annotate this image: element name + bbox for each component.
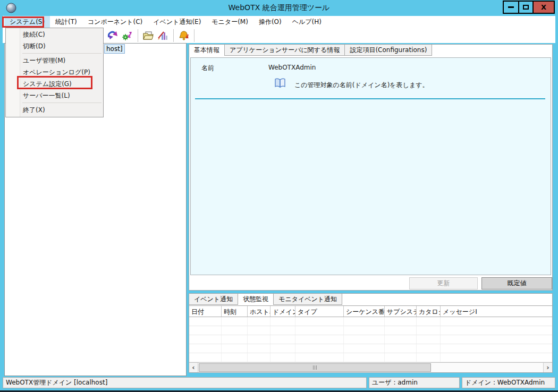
menu-separator xyxy=(22,53,102,54)
table-cell xyxy=(270,317,295,326)
events-panel: イベント通知 状態監視 モニタイベント通知 日付 時刻 ホスト名 ドメイン名 タ… xyxy=(189,293,553,373)
menubar-item-help[interactable]: ヘルプ(H) xyxy=(287,16,327,28)
menu-separator xyxy=(22,103,102,103)
property-content: 名前 WebOTXAdmin この管理対象の名前(ドメイン名)を表します。 xyxy=(190,57,551,275)
column-header-sequence[interactable]: シーケンス番号 xyxy=(344,306,385,317)
tree-node-localhost[interactable]: host] xyxy=(104,44,125,54)
table-cell xyxy=(441,335,552,344)
statusbar-user: ユーザ : admin xyxy=(369,377,460,388)
statistics-icon[interactable] xyxy=(157,29,170,42)
column-header-message-id[interactable]: メッセージI xyxy=(441,306,552,317)
table-cell xyxy=(344,335,385,344)
disconnect-icon[interactable] xyxy=(121,29,134,42)
table-cell xyxy=(189,335,222,344)
minimize-button[interactable] xyxy=(504,2,518,13)
table-cell xyxy=(344,326,385,335)
thumb-grip xyxy=(316,365,317,370)
table-cell xyxy=(385,353,417,362)
menubar-item-monitor[interactable]: モニター(M) xyxy=(206,16,253,28)
operation-log-icon[interactable] xyxy=(142,29,155,42)
menubar-item-component[interactable]: コンポーネント(C) xyxy=(82,16,148,28)
statusbar-domain: ドメイン : WebOTXAdmin xyxy=(462,377,555,388)
table-cell xyxy=(270,353,295,362)
scroll-left-arrow[interactable]: ‹ xyxy=(189,363,198,372)
table-cell xyxy=(222,335,248,344)
window-title: WebOTX 統合運用管理ツール xyxy=(0,3,558,13)
menubar-item-statistics[interactable]: 統計(T) xyxy=(50,16,82,28)
table-cell xyxy=(295,317,344,326)
minimize-icon xyxy=(508,6,514,8)
default-value-button[interactable]: 既定値 xyxy=(481,277,552,289)
table-cell xyxy=(417,353,441,362)
menu-item-exit[interactable]: 終了(X) xyxy=(6,104,103,116)
table-cell xyxy=(417,335,441,344)
table-cell xyxy=(385,335,417,344)
table-cell xyxy=(189,344,222,353)
table-cell xyxy=(295,326,344,335)
property-name-label: 名前 xyxy=(201,64,214,73)
divider-line xyxy=(195,98,545,99)
thumb-grip xyxy=(313,365,314,370)
scroll-right-arrow[interactable]: › xyxy=(543,363,552,372)
table-cell xyxy=(248,353,270,362)
table-cell xyxy=(385,344,417,353)
table-cell xyxy=(385,317,417,326)
column-header-type[interactable]: タイプ xyxy=(295,306,344,317)
menubar-item-operation[interactable]: 操作(O) xyxy=(253,16,287,28)
close-icon: X xyxy=(541,3,546,11)
table-cell xyxy=(295,335,344,344)
events-table: 日付 時刻 ホスト名 ドメイン名 タイプ シーケンス番号 サブシステ... カタ… xyxy=(189,305,552,372)
menubar: システム(S) 統計(T) コンポーネント(C) イベント通知(E) モニター(… xyxy=(3,16,555,28)
table-cell xyxy=(189,317,222,326)
tab-basic-info[interactable]: 基本情報 xyxy=(189,45,225,56)
table-cell xyxy=(270,335,295,344)
annotation-box-system-menu xyxy=(2,16,44,28)
table-cell xyxy=(385,326,417,335)
events-tab-row: イベント通知 状態監視 モニタイベント通知 xyxy=(189,294,342,305)
event-notification-icon[interactable] xyxy=(177,29,190,42)
events-table-body xyxy=(189,317,552,362)
tab-configurations[interactable]: 設定項目(Configurations) xyxy=(345,45,432,56)
column-header-time[interactable]: 時刻 xyxy=(222,306,248,317)
table-row xyxy=(189,344,552,353)
table-row xyxy=(189,317,552,326)
column-header-date[interactable]: 日付 xyxy=(189,306,222,317)
column-header-catalog[interactable]: カタログ... xyxy=(417,306,441,317)
property-tab-row: 基本情報 アプリケーションサーバに関する情報 設定項目(Configuratio… xyxy=(189,45,432,56)
column-header-host[interactable]: ホスト名 xyxy=(248,306,270,317)
horizontal-scrollbar[interactable]: ‹ › xyxy=(189,362,552,372)
table-cell xyxy=(222,344,248,353)
column-header-subsystem[interactable]: サブシステ... xyxy=(385,306,417,317)
table-cell xyxy=(189,353,222,362)
menu-item-server-list[interactable]: サーバー一覧(L) xyxy=(6,90,103,101)
tab-appserver-info[interactable]: アプリケーションサーバに関する情報 xyxy=(225,45,345,56)
annotation-box-system-settings xyxy=(17,76,92,89)
column-header-domain[interactable]: ドメイン名 xyxy=(270,306,295,317)
table-cell xyxy=(222,317,248,326)
titlebar: WebOTX 統合運用管理ツール X xyxy=(0,0,558,16)
table-cell xyxy=(295,353,344,362)
toolbar-separator xyxy=(173,29,174,42)
table-cell xyxy=(189,326,222,335)
table-cell xyxy=(222,326,248,335)
table-cell xyxy=(417,317,441,326)
menubar-item-event-notification[interactable]: イベント通知(E) xyxy=(148,16,206,28)
window-controls: X xyxy=(503,1,555,14)
table-cell xyxy=(441,326,552,335)
table-cell xyxy=(222,353,248,362)
table-row xyxy=(189,353,552,362)
connect-icon[interactable] xyxy=(106,29,119,42)
tab-monitor-event-notification[interactable]: モニタイベント通知 xyxy=(274,294,342,305)
tab-status-monitoring[interactable]: 状態監視 xyxy=(238,294,274,305)
tab-event-notification[interactable]: イベント通知 xyxy=(189,294,238,305)
menu-item-connect[interactable]: 接続(C) xyxy=(6,29,103,40)
close-button[interactable]: X xyxy=(532,2,554,13)
scrollbar-thumb[interactable] xyxy=(199,363,431,372)
update-button[interactable]: 更新 xyxy=(409,277,478,289)
table-cell xyxy=(270,344,295,353)
menu-item-disconnect[interactable]: 切断(D) xyxy=(6,40,103,52)
table-cell xyxy=(270,326,295,335)
maximize-button[interactable] xyxy=(518,2,532,13)
toolbar-separator xyxy=(194,29,195,42)
menu-item-user-management[interactable]: ユーザ管理(M) xyxy=(6,55,103,66)
